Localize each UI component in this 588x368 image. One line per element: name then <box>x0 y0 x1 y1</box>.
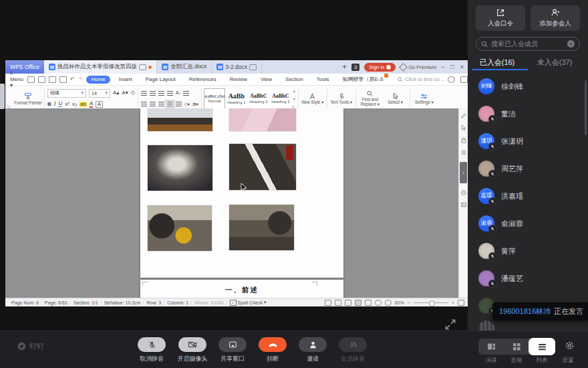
camera-on-button[interactable]: 开启摄像头 <box>174 337 211 363</box>
italic-icon[interactable]: I <box>54 102 56 107</box>
font-name-select[interactable]: 楷体▾ <box>47 89 86 98</box>
doc-tab-2[interactable]: W 全部汇总.docx <box>157 60 212 74</box>
eye-protect-icon[interactable] <box>325 300 331 306</box>
align-center-icon[interactable] <box>150 102 156 106</box>
brightness-icon[interactable] <box>385 300 392 306</box>
redo-icon[interactable]: ↷ <box>78 76 83 82</box>
style-heading1[interactable]: AaBb Heading 1 <box>226 88 247 109</box>
doc-tab-3[interactable]: W 3-2.docx <box>212 60 262 74</box>
styles-scroll-arrows[interactable]: ▲▼≡ <box>292 87 297 110</box>
zoom-out-button[interactable]: − <box>408 300 410 305</box>
participant-list[interactable]: 剑锋 徐剑锋 董洁 潇玥 张潇玥 周艺萍 <box>468 71 588 331</box>
sign-in-button[interactable]: Sign in <box>364 63 396 72</box>
clear-search-icon[interactable]: × <box>567 40 575 48</box>
panel-scrollbar[interactable] <box>585 80 587 135</box>
style-normal[interactable]: AaBbCcDd Normal <box>204 88 225 109</box>
zoom-in-button[interactable]: + <box>452 300 454 305</box>
ribbon-tab-references[interactable]: References <box>184 76 221 84</box>
borders-icon[interactable]: ⊞▾ <box>192 102 198 107</box>
tab-count-badge[interactable]: 3 <box>351 64 359 71</box>
new-style-button[interactable]: New Style ▾ <box>300 87 325 110</box>
font-size-select[interactable]: 14▾ <box>89 89 110 98</box>
two-page-view-icon[interactable] <box>345 300 351 306</box>
clear-format-icon[interactable]: ◇ <box>131 90 135 96</box>
doc-tab-1[interactable]: W 挑战杯作品文本寒假修改第四版 <box>44 60 157 74</box>
new-tab-button[interactable]: + <box>342 62 347 72</box>
speaker-view-button[interactable] <box>478 339 504 355</box>
highlight-icon[interactable]: ab <box>80 102 87 107</box>
share-window-button[interactable]: 共享窗口 <box>214 337 251 363</box>
align-left-icon[interactable] <box>141 102 147 106</box>
zoom-slider-knob[interactable] <box>429 300 435 306</box>
participant-row[interactable]: 周艺萍 <box>478 161 523 177</box>
select-button[interactable]: Select ▾ <box>383 87 408 110</box>
participant-row[interactable]: 淑蓉 俞淑蓉 <box>478 215 523 232</box>
upload-icon[interactable] <box>460 76 468 83</box>
web-layout-icon[interactable] <box>375 300 382 306</box>
format-painter-button[interactable]: Format Painter <box>13 87 43 110</box>
share-user-icon[interactable] <box>448 76 455 83</box>
list-view-button[interactable] <box>529 339 555 355</box>
style-heading3[interactable]: AaBbC Heading 3 <box>270 88 291 109</box>
mute-all-button[interactable]: 全员静音 <box>334 337 372 363</box>
participant-row[interactable]: 剑锋 徐剑锋 <box>478 78 523 94</box>
unmute-button[interactable]: 取消静音 <box>133 337 170 363</box>
ribbon-tab-cnki[interactable]: 知网研学（原E-S <box>337 75 388 84</box>
search-participants-input[interactable]: 搜索已入会成员 × <box>476 37 580 51</box>
fit-page-icon[interactable] <box>458 300 464 306</box>
minimize-button[interactable]: – <box>441 64 444 70</box>
find-command-box[interactable]: Click to find co... <box>398 76 444 82</box>
align-right-icon[interactable] <box>158 102 164 106</box>
add-participant-button[interactable]: 添加参会人 <box>531 5 580 31</box>
grid-view-button[interactable] <box>504 339 529 355</box>
document-canvas[interactable]: 一、前述 <box>5 108 459 298</box>
numbering-icon[interactable] <box>150 91 156 96</box>
grow-font-icon[interactable]: A▴ <box>113 90 119 96</box>
shrink-font-icon[interactable]: A▾ <box>122 90 128 96</box>
participant-row[interactable]: 潇玥 张潇玥 <box>478 133 523 149</box>
fullscreen-icon[interactable] <box>335 300 341 306</box>
lock-icon[interactable] <box>461 137 466 143</box>
font-color-icon[interactable]: A <box>90 101 93 108</box>
menu-button[interactable]: ≡ Menu ▾ <box>10 70 23 88</box>
subscript-icon[interactable]: x₂ <box>72 102 77 107</box>
text-tools-button[interactable]: Text Tools ▾ <box>329 87 354 110</box>
find-replace-button[interactable]: Find and Replace ▾ <box>357 87 383 110</box>
print-layout-icon[interactable] <box>355 300 361 306</box>
ribbon-tab-page-layout[interactable]: Page Layout <box>141 76 180 84</box>
participant-row[interactable]: 潘蕴艺 <box>478 270 523 286</box>
distributed-icon[interactable] <box>183 91 189 96</box>
undo-icon[interactable]: ↶ <box>70 76 75 82</box>
style-heading2[interactable]: AaBbC Heading 2 <box>248 88 269 109</box>
participant-row[interactable]: 董洁 <box>478 106 516 122</box>
ribbon-tab-insert[interactable]: Insert <box>114 76 137 84</box>
bullets-icon[interactable] <box>141 91 147 96</box>
outline-icon[interactable] <box>461 150 466 155</box>
ribbon-tab-view[interactable]: View <box>256 76 277 84</box>
shading-icon[interactable]: ◇▾ <box>184 102 190 107</box>
ribbon-tab-home[interactable]: Home <box>86 76 110 84</box>
go-premium-button[interactable]: Go Premium <box>400 64 436 70</box>
save-icon[interactable] <box>38 76 45 83</box>
settings-button[interactable]: Settings ▾ <box>412 87 437 110</box>
select-cursor-icon[interactable] <box>461 125 466 130</box>
spell-check-button[interactable]: ✓ Spell Check ▾ <box>227 300 269 306</box>
preview-icon[interactable] <box>59 76 67 83</box>
outline-view-icon[interactable] <box>365 300 372 306</box>
justify-icon[interactable] <box>167 102 173 106</box>
increase-indent-icon[interactable] <box>167 91 173 96</box>
tab-joined[interactable]: 已入会(16) <box>472 58 523 68</box>
tab-not-joined[interactable]: 未入会(37) <box>529 58 580 68</box>
invite-button[interactable]: 邀请 <box>294 337 331 363</box>
participant-row[interactable]: 嘉瑶 洪嘉瑶 <box>478 188 523 204</box>
ribbon-tab-review[interactable]: Review <box>225 76 252 84</box>
restore-button[interactable]: □ <box>450 64 454 70</box>
bold-icon[interactable]: B <box>47 102 51 107</box>
participant-row[interactable] <box>478 320 501 331</box>
ribbon-tab-section[interactable]: Section <box>281 76 308 84</box>
zoom-slider[interactable] <box>414 302 448 303</box>
meeting-code-button[interactable]: 入会口令 <box>476 5 525 31</box>
decrease-indent-icon[interactable] <box>158 91 164 96</box>
underline-icon[interactable]: U <box>58 101 62 107</box>
character-border-icon[interactable]: A <box>96 101 102 108</box>
